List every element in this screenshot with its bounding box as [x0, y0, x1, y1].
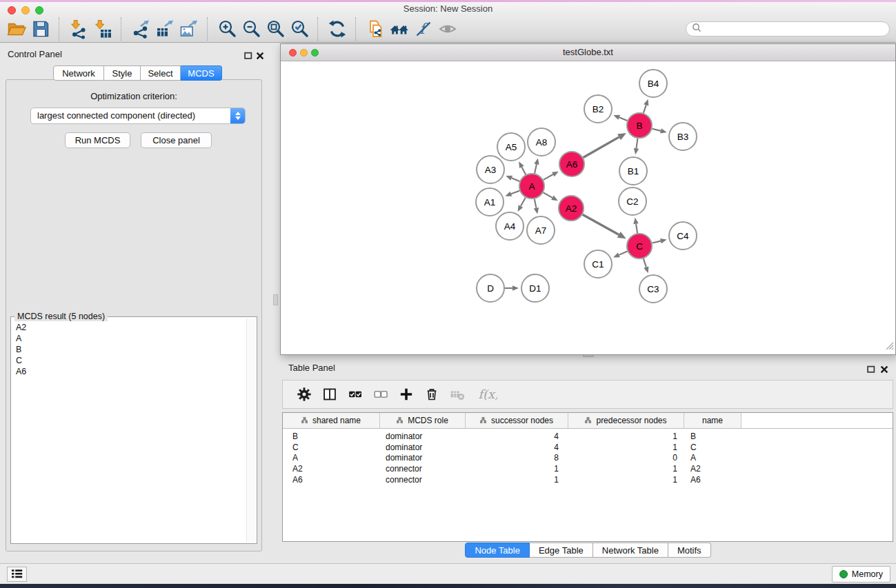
tab-edge-table[interactable]: Edge Table — [530, 543, 593, 558]
save-session-icon[interactable] — [28, 18, 52, 40]
mcds-result-scrollbar[interactable] — [246, 318, 255, 542]
memory-button[interactable]: Memory — [832, 566, 890, 582]
open-session-icon[interactable] — [4, 18, 28, 40]
tab-network[interactable]: Network — [53, 65, 104, 81]
task-history-button[interactable] — [7, 567, 27, 582]
mcds-result-item: A2 — [16, 322, 246, 333]
graph-node-B2[interactable]: B2 — [584, 95, 612, 123]
network-minimize-button[interactable] — [300, 49, 308, 57]
toolbar-separator — [207, 17, 208, 41]
zoom-fit-icon[interactable] — [263, 18, 287, 40]
run-mcds-button[interactable]: Run MCDS — [65, 132, 130, 148]
optimization-criterion-select[interactable]: largest connected component (directed) — [30, 108, 246, 124]
network-close-button[interactable] — [289, 49, 297, 57]
network-window-titlebar[interactable]: testGlobe.txt — [281, 44, 895, 61]
tab-motifs[interactable]: Motifs — [668, 543, 711, 558]
export-table-icon[interactable] — [152, 18, 177, 40]
graph-node-C1[interactable]: C1 — [584, 250, 612, 278]
export-network-icon[interactable] — [128, 18, 152, 40]
svg-text:A3: A3 — [485, 165, 497, 175]
zoom-selected-icon[interactable] — [287, 18, 311, 40]
svg-text:A5: A5 — [506, 142, 517, 152]
tab-node-table[interactable]: Node Table — [465, 543, 530, 558]
graph-node-A7[interactable]: A7 — [527, 216, 555, 244]
column-header-predecessor-nodes[interactable]: predecessor nodes — [568, 413, 684, 428]
close-panel-button[interactable]: Close panel — [141, 132, 212, 148]
import-network-icon[interactable] — [66, 18, 90, 40]
graph-node-A8[interactable]: A8 — [528, 128, 555, 156]
graph-node-A5[interactable]: A5 — [497, 133, 525, 161]
zoom-out-icon[interactable] — [239, 18, 263, 40]
edge-arrow-icon — [505, 192, 512, 196]
column-label: predecessor nodes — [596, 416, 666, 425]
table-row[interactable]: Cdominator41C — [283, 442, 893, 453]
control-panel: Control Panel NetworkStyleSelectMCDS Opt… — [0, 43, 269, 557]
refresh-icon[interactable] — [325, 18, 349, 40]
mcds-result-item: A — [16, 333, 246, 344]
graph-node-B3[interactable]: B3 — [669, 123, 697, 150]
network-zoom-button[interactable] — [311, 49, 319, 57]
table-panel-tabs: Node TableEdge TableNetwork TableMotifs — [280, 543, 896, 558]
graph-node-B1[interactable]: B1 — [619, 157, 647, 185]
search-input[interactable] — [705, 23, 884, 34]
table-panel-close-button[interactable] — [880, 364, 888, 372]
table-row[interactable]: A2connector11A2 — [283, 463, 893, 474]
cell-shared_name: A2 — [283, 464, 380, 474]
control-panel-close-button[interactable] — [256, 50, 264, 59]
tab-style[interactable]: Style — [104, 65, 141, 81]
graph-node-A6[interactable]: A6 — [559, 152, 584, 176]
home-icon[interactable] — [387, 18, 411, 40]
table-panel-float-button[interactable] — [867, 364, 875, 372]
graph-node-D1[interactable]: D1 — [521, 274, 549, 302]
cell-shared_name: A — [283, 453, 380, 463]
tab-network-table[interactable]: Network Table — [593, 543, 668, 558]
search-box[interactable] — [686, 21, 890, 37]
close-window-button[interactable] — [8, 6, 16, 14]
titlebar[interactable]: Session: New Session — [0, 2, 896, 15]
column-header-shared-name[interactable]: shared name — [283, 413, 380, 428]
graph-node-A4[interactable]: A4 — [496, 212, 524, 240]
column-header-name[interactable]: name — [684, 413, 741, 428]
mcds-result-list[interactable]: A2ABCA6 — [12, 318, 246, 542]
graph-node-C2[interactable]: C2 — [619, 187, 646, 215]
edge-A-A3 — [512, 178, 520, 181]
window-title: Session: New Session — [0, 2, 896, 16]
network-window-title: testGlobe.txt — [281, 44, 895, 61]
table-row[interactable]: Adominator80A — [283, 452, 893, 463]
resize-grip-icon[interactable] — [885, 341, 895, 354]
graph-node-A3[interactable]: A3 — [477, 156, 504, 183]
control-panel-float-button[interactable] — [244, 50, 252, 59]
graph-node-C4[interactable]: C4 — [669, 222, 697, 250]
graph-node-A2[interactable]: A2 — [559, 196, 584, 221]
graph-node-A[interactable]: A — [519, 174, 544, 199]
hide-details-icon[interactable]: f — [411, 18, 435, 40]
table-row[interactable]: A6connector11A6 — [283, 474, 893, 485]
unselect-all-columns-icon[interactable] — [368, 383, 393, 405]
graph-node-C3[interactable]: C3 — [639, 275, 667, 303]
graph-node-B4[interactable]: B4 — [639, 70, 667, 97]
graph-node-C[interactable]: C — [627, 234, 652, 258]
graph-node-B[interactable]: B — [627, 113, 652, 138]
tab-select[interactable]: Select — [141, 65, 181, 81]
column-browser-icon[interactable] — [317, 383, 342, 405]
graph-node-D[interactable]: D — [477, 274, 504, 302]
table-row[interactable]: Bdominator41B — [283, 431, 893, 442]
add-column-icon[interactable] — [393, 383, 419, 405]
zoom-window-button[interactable] — [35, 6, 43, 14]
copy-network-icon[interactable] — [363, 18, 387, 40]
cell-successor_nodes: 1 — [466, 475, 568, 485]
graph-node-A1[interactable]: A1 — [476, 188, 504, 216]
edge-arrow-icon — [660, 239, 667, 243]
network-canvas[interactable]: AA1A2A3A4A5A6A7A8BB1B2B3B4CC1C2C3C4DD1 — [281, 61, 895, 354]
zoom-in-icon[interactable] — [215, 18, 239, 40]
tab-mcds[interactable]: MCDS — [181, 65, 222, 81]
table-settings-icon[interactable] — [291, 383, 317, 405]
delete-column-icon[interactable] — [419, 383, 444, 405]
vertical-splitter-handle[interactable] — [273, 294, 278, 305]
minimize-window-button[interactable] — [21, 6, 30, 14]
export-image-icon[interactable] — [177, 18, 201, 40]
import-table-icon[interactable] — [90, 18, 115, 40]
column-header-MCDS-role[interactable]: MCDS role — [380, 413, 466, 428]
select-all-columns-icon[interactable] — [342, 383, 368, 405]
column-header-successor-nodes[interactable]: successor nodes — [466, 413, 568, 428]
